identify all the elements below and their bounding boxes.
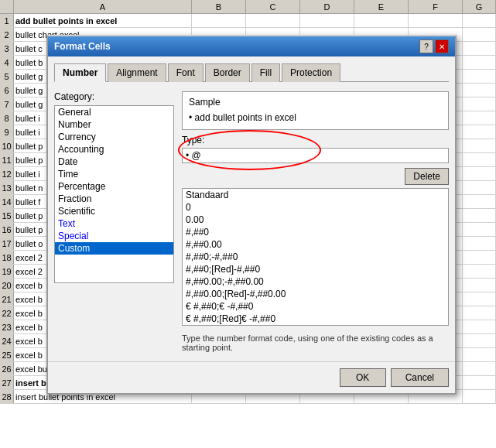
cell-d[interactable]	[300, 14, 354, 27]
category-special[interactable]: Special	[55, 230, 173, 242]
category-text[interactable]: Text	[55, 217, 173, 230]
cell-g[interactable]	[463, 390, 496, 403]
category-accounting[interactable]: Accounting	[55, 143, 173, 156]
format-euro-red[interactable]: € #,##0;[Red]€ -#,##0	[183, 313, 448, 325]
format-0.00[interactable]: 0.00	[183, 214, 448, 226]
tab-number[interactable]: Number	[54, 63, 106, 82]
cell-g[interactable]	[463, 334, 496, 347]
format-list[interactable]: Standaard 0 0.00 #,##0 #,##0.00 #,##0;-#…	[182, 188, 449, 326]
tab-border[interactable]: Border	[205, 63, 250, 82]
format-hash-0[interactable]: #,##0	[183, 226, 448, 238]
cell-g[interactable]	[463, 153, 496, 166]
tab-bar: Number Alignment Font Border Fill Protec…	[54, 63, 449, 82]
category-general[interactable]: General	[55, 106, 173, 118]
category-scientific[interactable]: Scientific	[55, 205, 173, 217]
cell-g[interactable]	[463, 209, 496, 222]
cell-g[interactable]	[463, 320, 496, 333]
tab-alignment[interactable]: Alignment	[108, 63, 166, 82]
left-panel: Category: General Number Currency Accoun…	[54, 91, 174, 352]
tab-font[interactable]: Font	[168, 63, 204, 82]
cell-b[interactable]	[192, 14, 246, 27]
format-standaard[interactable]: Standaard	[183, 189, 448, 201]
category-list[interactable]: General Number Currency Accounting Date …	[54, 105, 174, 283]
cell-g[interactable]	[463, 28, 496, 41]
dialog-footer: OK Cancel	[48, 361, 455, 393]
cell-g[interactable]	[463, 376, 496, 389]
cell-g[interactable]	[463, 139, 496, 152]
tab-protection[interactable]: Protection	[282, 63, 340, 82]
format-hash-00-neg[interactable]: #,##0.00;-#,##0.00	[183, 275, 448, 288]
cell-g[interactable]	[463, 70, 496, 83]
row-number: 10	[0, 139, 14, 152]
row-number: 18	[0, 251, 14, 264]
format-0[interactable]: 0	[183, 201, 448, 214]
format-neg-hash[interactable]: #,##0;-#,##0	[183, 251, 448, 263]
dialog-content: Category: General Number Currency Accoun…	[54, 88, 449, 355]
category-percentage[interactable]: Percentage	[55, 180, 173, 193]
col-header-f: F	[409, 0, 463, 13]
cell-g[interactable]	[463, 167, 496, 180]
cell-g[interactable]	[463, 56, 496, 69]
cell-a[interactable]: add bullet points in excel	[14, 14, 192, 27]
category-custom[interactable]: Custom	[55, 242, 173, 255]
cell-g[interactable]	[463, 306, 496, 320]
cell-g[interactable]	[463, 111, 496, 125]
row-number: 20	[0, 279, 14, 292]
dialog-titlebar: Format Cells ? ✕	[48, 36, 455, 56]
category-number[interactable]: Number	[55, 118, 173, 131]
cell-g[interactable]	[463, 125, 496, 139]
cell-g[interactable]	[463, 97, 496, 111]
format-hash-0.00[interactable]: #,##0.00	[183, 238, 448, 251]
row-number: 13	[0, 181, 14, 194]
cell-e[interactable]	[354, 14, 409, 27]
cell-c[interactable]	[246, 14, 300, 27]
type-input[interactable]	[182, 148, 449, 163]
row-number: 14	[0, 195, 14, 208]
cell-g[interactable]	[463, 195, 496, 208]
sample-value: • add bullet points in excel	[189, 111, 442, 125]
dialog-title: Format Cells	[54, 41, 111, 52]
tab-fill[interactable]: Fill	[251, 63, 280, 82]
type-section: Type:	[182, 135, 449, 163]
cell-f[interactable]	[409, 14, 463, 27]
cell-g[interactable]	[463, 348, 496, 361]
cell-g[interactable]	[463, 251, 496, 264]
row-number: 24	[0, 334, 14, 347]
cell-g[interactable]	[463, 84, 496, 97]
row-number: 19	[0, 265, 14, 278]
cancel-button[interactable]: Cancel	[391, 368, 449, 387]
help-button[interactable]: ?	[419, 39, 433, 53]
cell-g[interactable]	[463, 292, 496, 306]
format-cells-dialog: Format Cells ? ✕ Number Alignment Font B…	[46, 35, 457, 395]
close-button[interactable]: ✕	[435, 39, 449, 53]
category-label: Category:	[54, 91, 174, 102]
row-number: 22	[0, 306, 14, 320]
cell-g[interactable]	[463, 265, 496, 278]
ok-button[interactable]: OK	[340, 368, 386, 387]
cell-g[interactable]	[463, 42, 496, 55]
type-label: Type:	[182, 135, 449, 145]
format-hash-00-red[interactable]: #,##0.00;[Red]-#,##0.00	[183, 288, 448, 300]
description-text: Type the number format code, using one o…	[182, 333, 449, 352]
row-number: 3	[0, 42, 14, 55]
category-currency[interactable]: Currency	[55, 131, 173, 143]
table-row: 1add bullet points in excel	[0, 14, 496, 28]
cell-g[interactable]	[463, 362, 496, 375]
format-euro-1[interactable]: € #,##0;€ -#,##0	[183, 300, 448, 313]
delete-button[interactable]: Delete	[405, 168, 449, 185]
cell-g[interactable]	[463, 237, 496, 250]
col-header-c: C	[246, 0, 300, 13]
sample-label: Sample	[189, 97, 442, 108]
format-section: Delete Standaard 0 0.00 #,##0 #,##0.00 #…	[182, 168, 449, 326]
format-red-hash[interactable]: #,##0;[Red]-#,##0	[183, 263, 448, 275]
row-number: 9	[0, 125, 14, 139]
cell-g[interactable]	[463, 279, 496, 292]
category-fraction[interactable]: Fraction	[55, 193, 173, 205]
cell-g[interactable]	[463, 14, 496, 27]
category-time[interactable]: Time	[55, 168, 173, 180]
delete-section: Delete	[182, 168, 449, 185]
category-date[interactable]: Date	[55, 156, 173, 168]
row-number: 26	[0, 362, 14, 375]
cell-g[interactable]	[463, 223, 496, 236]
cell-g[interactable]	[463, 181, 496, 194]
